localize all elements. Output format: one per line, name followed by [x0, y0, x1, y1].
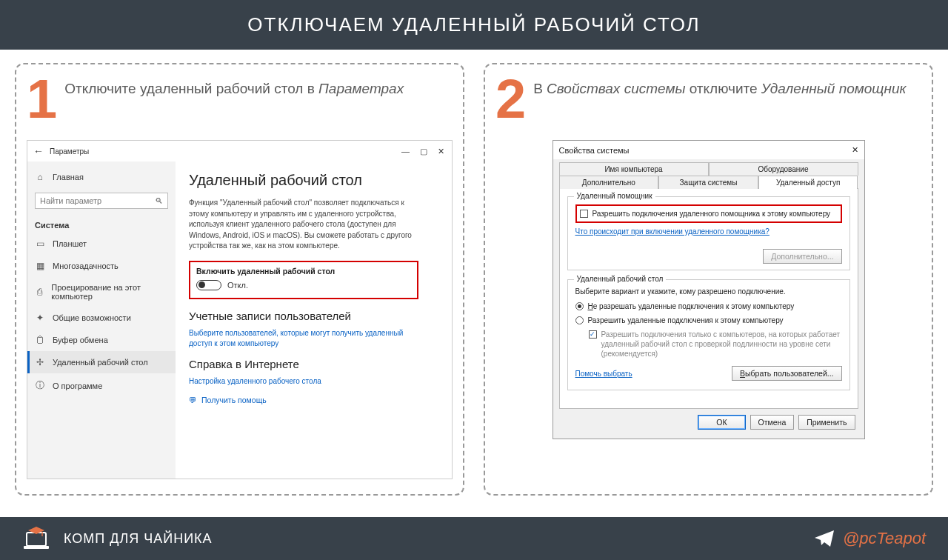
- window-controls: — ▢ ✕: [401, 147, 446, 156]
- ok-button[interactable]: ОК: [698, 415, 745, 430]
- main-area: 1 Отключите удаленный рабочий стол в Пар…: [0, 50, 948, 509]
- nla-checkbox-row: Разрешить подключения только с компьютер…: [589, 330, 842, 359]
- tab-protection[interactable]: Защита системы: [658, 176, 758, 189]
- sidebar-item-projection[interactable]: ⎙ Проецирование на этот компьютер: [27, 277, 176, 307]
- projection-icon: ⎙: [35, 287, 44, 297]
- radio-deny-label: Не разрешать удаленные подключения к это…: [588, 301, 795, 311]
- assist-highlight: Разрешить подключения удаленного помощни…: [575, 204, 842, 223]
- sidebar-item-label: Проецирование на этот компьютер: [51, 283, 168, 301]
- settings-body: ⌂ Главная Найти параметр 🔍︎ Система ▭ Пл…: [27, 161, 452, 479]
- page-title: ОТКЛЮЧАЕМ УДАЛЕННЫЙ РАБОЧИЙ СТОЛ: [247, 13, 700, 36]
- radio-off-icon: [575, 316, 584, 324]
- close-icon[interactable]: ✕: [438, 147, 444, 156]
- content-heading: Удаленный рабочий стол: [189, 172, 441, 189]
- radio-deny[interactable]: Не разрешать удаленные подключения к это…: [575, 301, 842, 311]
- settings-window: ← Параметры — ▢ ✕ ⌂ Главная Найти параме…: [27, 140, 453, 479]
- panel1-title: Отключите удаленный рабочий стол в Парам…: [64, 75, 404, 99]
- toggle-label: Включить удаленный рабочий стол: [196, 267, 411, 276]
- rdp-bottom-row: Помочь выбрать Выбрать пользователей...: [575, 366, 842, 381]
- toggle-track: [196, 280, 221, 290]
- sidebar-home-label: Главная: [53, 173, 84, 181]
- radio-on-icon: [575, 302, 584, 310]
- search-input[interactable]: Найти параметр 🔍︎: [35, 193, 168, 209]
- users-heading: Учетные записи пользователей: [189, 310, 441, 322]
- settings-window-title: Параметры: [50, 147, 395, 156]
- sidebar-item-label: Буфер обмена: [53, 336, 108, 344]
- sidebar-item-label: О программе: [53, 381, 102, 390]
- radio-allow[interactable]: Разрешить удаленные подключения к этому …: [575, 316, 842, 325]
- back-icon[interactable]: ←: [33, 145, 44, 157]
- maximize-icon[interactable]: ▢: [420, 147, 427, 156]
- rdp-toggle-highlight: Включить удаленный рабочий стол Откл.: [189, 261, 418, 299]
- step-number-2: 2: [495, 75, 526, 124]
- laptop-hat-icon: [22, 525, 53, 552]
- tab-hardware[interactable]: Оборудование: [709, 162, 858, 176]
- sidebar-item-label: Общие возможности: [53, 313, 131, 322]
- settings-content: Удаленный рабочий стол Функция "Удаленны…: [176, 161, 452, 479]
- toggle-state: Откл.: [227, 281, 248, 290]
- tab-remote[interactable]: Удаленный доступ: [758, 176, 858, 189]
- panel-step-2: 2 В Свойствах системы отключите Удаленны…: [484, 63, 933, 496]
- assist-legend: Удаленный помощник: [574, 192, 655, 200]
- sidebar-item-rdp[interactable]: ✢ Удаленный рабочий стол: [27, 351, 176, 373]
- minimize-icon[interactable]: —: [401, 147, 410, 156]
- select-users-button[interactable]: Выбрать пользователей...: [732, 366, 841, 381]
- settings-titlebar: ← Параметры — ▢ ✕: [27, 141, 452, 161]
- footer-brand: КОМП ДЛЯ ЧАЙНИКА: [22, 525, 213, 552]
- footer-handle[interactable]: @pcTeapot: [813, 529, 926, 548]
- panel2-title-mid: отключите: [685, 81, 761, 96]
- sidebar-item-label: Многозадачность: [53, 261, 118, 270]
- panel2-title: В Свойствах системы отключите Удаленный …: [533, 75, 906, 99]
- help-link[interactable]: Настройка удаленного рабочего стола: [189, 376, 418, 387]
- tab-row-2: Дополнительно Защита системы Удаленный д…: [559, 176, 858, 189]
- content-desc: Функция "Удаленный рабочий стол" позволя…: [189, 198, 418, 252]
- get-help-link[interactable]: 💬︎ Получить помощь: [189, 396, 441, 404]
- panel2-title-em2: Удаленный помощник: [761, 81, 907, 96]
- assist-checkbox-label: Разрешить подключения удаленного помощни…: [592, 209, 831, 219]
- close-icon[interactable]: ✕: [852, 145, 858, 155]
- remote-assistance-group: Удаленный помощник Разрешить подключения…: [567, 196, 850, 270]
- tab-computer-name[interactable]: Имя компьютера: [559, 162, 709, 176]
- help-choose-link[interactable]: Помочь выбрать: [575, 370, 632, 378]
- sidebar-item-multitask[interactable]: ▦ Многозадачность: [27, 255, 176, 277]
- sidebar-item-label: Удаленный рабочий стол: [53, 358, 148, 367]
- assist-advanced-button[interactable]: Дополнительно...: [763, 249, 841, 264]
- select-users-accel: В: [740, 369, 745, 378]
- page-header: ОТКЛЮЧАЕМ УДАЛЕННЫЙ РАБОЧИЙ СТОЛ: [0, 0, 948, 50]
- sidebar-home[interactable]: ⌂ Главная: [27, 166, 176, 188]
- tab-advanced[interactable]: Дополнительно: [559, 176, 659, 189]
- sidebar-item-clipboard[interactable]: 📋︎ Буфер обмена: [27, 329, 176, 351]
- page-footer: КОМП ДЛЯ ЧАЙНИКА @pcTeapot: [0, 517, 948, 560]
- sysprops-titlebar: Свойства системы ✕: [553, 141, 864, 159]
- radio-allow-pre: Ра: [588, 316, 597, 324]
- sidebar-item-tablet[interactable]: ▭ Планшет: [27, 233, 176, 255]
- radio-deny-accel: Н: [588, 302, 593, 310]
- assist-checkbox-row[interactable]: Разрешить подключения удаленного помощни…: [580, 209, 838, 219]
- tab-remote-content: Удаленный помощник Разрешить подключения…: [559, 188, 858, 409]
- radio-allow-label: Разрешить удаленные подключения к этому …: [588, 316, 784, 325]
- select-users-link[interactable]: Выберите пользователей, которые могут по…: [189, 328, 418, 349]
- svg-rect-0: [27, 533, 46, 546]
- rdp-toggle[interactable]: Откл.: [196, 280, 248, 290]
- cancel-button[interactable]: Отмена: [750, 415, 795, 430]
- shared-icon: ✦: [35, 313, 45, 323]
- get-help-label: Получить помощь: [201, 396, 267, 404]
- system-properties-dialog: Свойства системы ✕ Имя компьютера Оборуд…: [553, 140, 865, 439]
- tab-row-1: Имя компьютера Оборудование: [559, 162, 858, 176]
- rdp-icon: ✢: [35, 357, 45, 367]
- sidebar-item-shared[interactable]: ✦ Общие возможности: [27, 307, 176, 329]
- step-number-1: 1: [27, 75, 57, 124]
- svg-rect-1: [24, 546, 49, 549]
- toggle-thumb: [198, 281, 205, 288]
- radio-deny-rest: е разрешать удаленные подключения к этом…: [593, 302, 794, 310]
- assist-info-link[interactable]: Что происходит при включении удаленного …: [575, 227, 770, 236]
- apply-button[interactable]: Применить: [798, 415, 855, 430]
- radio-allow-rest: зрешить удаленные подключения к этому ко…: [596, 316, 783, 324]
- panel2-header: 2 В Свойствах системы отключите Удаленны…: [495, 75, 921, 133]
- assist-btn-row: Дополнительно...: [575, 252, 842, 261]
- sidebar-item-about[interactable]: ⓘ О программе: [27, 373, 176, 398]
- tablet-icon: ▭: [35, 239, 45, 249]
- rdp-legend: Удаленный рабочий стол: [574, 275, 667, 283]
- panel1-title-em: Параметрах: [318, 81, 404, 96]
- sysprops-title: Свойства системы: [559, 146, 630, 155]
